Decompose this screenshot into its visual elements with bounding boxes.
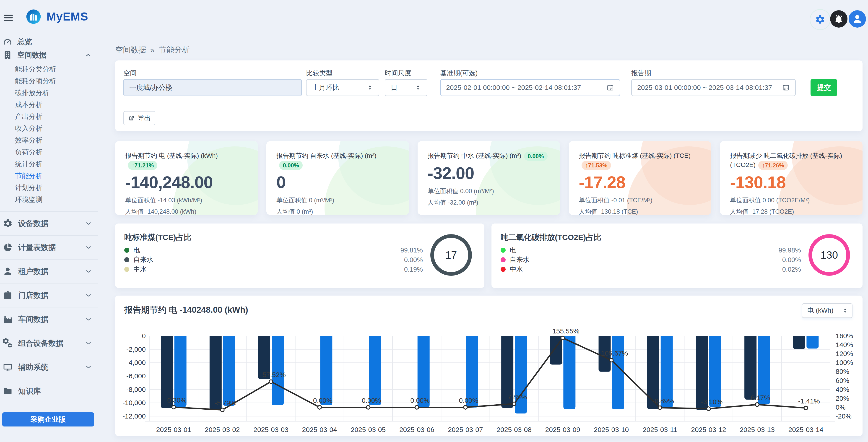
user-menu-button[interactable] [848, 10, 866, 28]
sidebar-section-4[interactable]: 门店数据 [0, 283, 98, 307]
report-period-input[interactable]: 2025-03-01 00:00:00 ~ 2025-03-14 08:01:3… [631, 79, 796, 96]
svg-text:2025-03-02: 2025-03-02 [205, 426, 240, 433]
brand-name: MyEMS [46, 10, 88, 23]
svg-text:-0.89%: -0.89% [652, 397, 674, 405]
notifications-button[interactable] [830, 10, 847, 28]
sidebar-subitem-2[interactable]: 能耗分项分析 [0, 75, 98, 87]
folder-icon [3, 386, 13, 396]
compare-type-label: 比较类型 [306, 69, 333, 78]
svg-text:100%: 100% [836, 359, 853, 366]
sidebar-section-label: 计量表数据 [18, 243, 56, 253]
sidebar-section-8[interactable]: 知识库 [0, 379, 98, 403]
sidebar-item-space-data[interactable]: 空间数据 [0, 49, 98, 62]
sidebar-section-label: 租户数据 [18, 266, 48, 277]
svg-text:0.00%: 0.00% [362, 397, 381, 404]
sidebar-subitem-8[interactable]: 负荷分析 [0, 146, 98, 158]
svg-text:40%: 40% [836, 386, 849, 393]
kpi-trend-badge: 0.00% [279, 161, 303, 170]
kpi-trend-badge: ↑71.21% [128, 161, 157, 170]
external-link-icon [128, 115, 135, 122]
sidebar-section-3[interactable]: 租户数据 [0, 259, 98, 283]
sidebar-item-label: 总览 [17, 37, 32, 47]
gear-icon [3, 219, 13, 228]
sidebar-subitem-9[interactable]: 统计分析 [0, 158, 98, 170]
base-period-label: 基准期(可选) [440, 69, 477, 78]
pie-icon [3, 243, 13, 252]
menu-toggle-icon[interactable] [3, 13, 14, 22]
sidebar-section-2[interactable]: 计量表数据 [0, 235, 98, 259]
logo[interactable]: MyEMS [25, 8, 88, 25]
svg-text:155.55%: 155.55% [552, 327, 579, 335]
space-data-submenu: 能耗分类分析能耗分项分析碳排放分析成本分析产出分析收入分析效率分析负荷分析统计分… [0, 62, 98, 207]
buy-enterprise-button[interactable]: 采购企业版 [2, 412, 94, 427]
sidebar-section-6[interactable]: 组合设备数据 [0, 331, 98, 355]
kpi-value: 0 [276, 172, 400, 192]
legend-label: 自来水 [133, 255, 153, 264]
sidebar-section-7[interactable]: 辅助系统 [0, 355, 98, 379]
sidebar-subitem-5[interactable]: 产出分析 [0, 110, 98, 123]
compare-type-select[interactable]: 上月环比 [306, 79, 379, 96]
sidebar-item-overview[interactable]: 总览 [0, 35, 98, 49]
svg-text:0: 0 [142, 332, 146, 340]
sidebar-subitem-10-active[interactable]: 节能分析 [0, 170, 98, 182]
breadcrumb: 空间数据 » 节能分析 [115, 45, 190, 55]
legend-dot [124, 257, 129, 262]
submit-button[interactable]: 提交 [810, 79, 837, 96]
kpi-card-1: 报告期节约 电 (基线-实际) (kWh)↑71.21%-140,248.00单… [115, 141, 258, 215]
kpi-value: -32.00 [428, 163, 551, 183]
myems-logo-icon [25, 8, 42, 25]
tce-legend: 电99.81%自来水0.00%中水0.19% [124, 245, 423, 274]
svg-text:2025-03-11: 2025-03-11 [643, 426, 677, 433]
legend-row: 自来水0.00% [124, 255, 423, 264]
svg-text:-1.41%: -1.41% [798, 397, 820, 405]
kpi-trend-badge: 0.00% [524, 152, 548, 161]
sidebar-subitem-7[interactable]: 效率分析 [0, 134, 98, 146]
svg-text:0%: 0% [836, 404, 845, 411]
svg-text:-6,000: -6,000 [126, 372, 146, 380]
svg-text:-12,000: -12,000 [122, 412, 146, 420]
base-period-input[interactable]: 2025-02-01 00:00:00 ~ 2025-02-14 08:01:3… [440, 79, 620, 96]
svg-text:2025-03-13: 2025-03-13 [740, 426, 775, 433]
period-type-select[interactable]: 日 [385, 79, 427, 96]
sidebar-subitem-4[interactable]: 成本分析 [0, 99, 98, 110]
briefcase-icon [3, 290, 13, 301]
legend-row: 电99.81% [124, 245, 423, 255]
legend-dot [501, 257, 506, 262]
sidebar-section-1[interactable]: 设备数据 [0, 212, 98, 235]
space-input[interactable] [123, 79, 302, 96]
kpi-title: 报告期节约 自来水 (基线-实际) (m³) [276, 152, 376, 159]
factory-icon [3, 314, 13, 324]
sidebar-subitem-3[interactable]: 碳排放分析 [0, 87, 98, 99]
tce-donut-chart: 17 [430, 234, 472, 276]
kpi-card-2: 报告期节约 自来水 (基线-实际) (m³)0.00%0单位面积值 0 (m³/… [267, 141, 409, 215]
breadcrumb-parent[interactable]: 空间数据 [115, 45, 146, 55]
legend-value: 0.19% [404, 266, 423, 273]
chevron-down-icon [85, 268, 92, 275]
svg-text:-2,000: -2,000 [126, 346, 146, 353]
export-button[interactable]: 导出 [123, 111, 155, 125]
svg-text:2025-03-01: 2025-03-01 [156, 426, 191, 433]
sidebar-subitem-11[interactable]: 计划分析 [0, 182, 98, 194]
sidebar-subitem-6[interactable]: 收入分析 [0, 123, 98, 134]
legend-dot [124, 267, 129, 272]
settings-button[interactable] [810, 9, 831, 30]
period-type-label: 时间尺度 [385, 69, 411, 78]
sidebar-section-5[interactable]: 车间数据 [0, 307, 98, 331]
gear-icon [815, 14, 825, 25]
sidebar: 总览 空间数据 能耗分类分析能耗分项分析碳排放分析成本分析产出分析收入分析效率分… [0, 35, 98, 427]
svg-text:120%: 120% [836, 350, 853, 357]
savings-bar-line-chart[interactable]: 0-2,000-4,000-6,000-8,000-10,000-12,0001… [115, 295, 863, 436]
sidebar-subitem-12[interactable]: 环境监测 [0, 194, 98, 206]
sidebar-section-label: 设备数据 [18, 219, 48, 229]
kpi-sub-line1: 单位面积值 0.00 (TCO2E/M²) [730, 196, 854, 204]
sidebar-subitem-1[interactable]: 能耗分类分析 [0, 63, 98, 75]
legend-dot [124, 248, 129, 253]
legend-value: 0.00% [404, 256, 423, 264]
gauge-icon [3, 37, 12, 47]
kpi-sub-line1: 单位面积值 -0.01 (TCE/M²) [579, 196, 702, 204]
svg-text:2025-03-08: 2025-03-08 [496, 426, 531, 433]
svg-text:60%: 60% [836, 377, 849, 384]
svg-text:-20%: -20% [836, 412, 851, 420]
kpi-value: -130.18 [730, 172, 854, 192]
kpi-sub-line2: 人均值 -32.00 (m³) [428, 198, 551, 207]
